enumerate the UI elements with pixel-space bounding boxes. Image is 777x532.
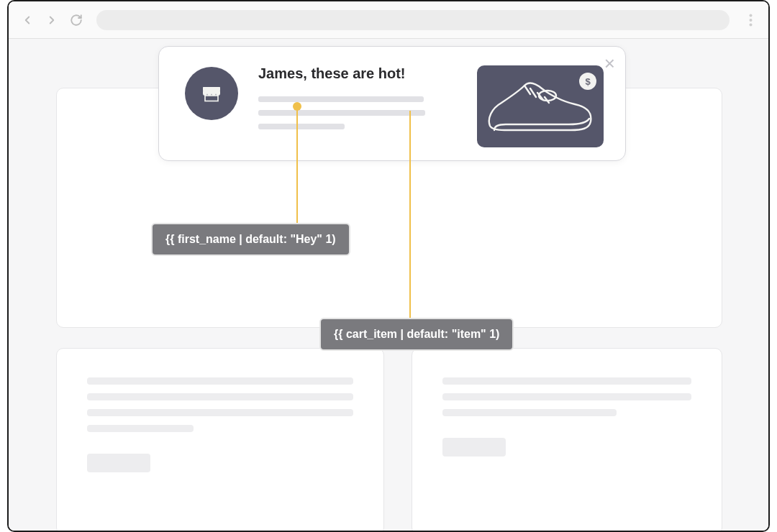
connector-line (409, 111, 411, 318)
skeleton-button (442, 438, 506, 457)
skeleton-line (87, 425, 194, 432)
skeleton-line (258, 110, 425, 116)
popup-body: James, these are hot! (258, 64, 457, 137)
browser-menu-button[interactable] (742, 12, 758, 29)
price-badge: $ (579, 73, 596, 90)
dollar-icon: $ (585, 76, 590, 87)
svg-rect-3 (203, 87, 220, 91)
skeleton-line (87, 377, 353, 385)
skeleton-line (87, 409, 353, 416)
connector-line (296, 106, 298, 223)
skeleton-line (258, 124, 345, 129)
svg-point-0 (749, 14, 752, 17)
product-thumbnail[interactable]: $ (477, 65, 604, 147)
svg-point-2 (749, 23, 752, 26)
annotation-first-name: {{ first_name | default: "Hey" 1) (151, 223, 350, 256)
svg-rect-4 (205, 96, 218, 101)
annotation-cart-item: {{ cart_item | default: "item" 1) (319, 318, 514, 351)
content-card-left (56, 348, 384, 531)
popup-text-skeleton (258, 96, 457, 129)
browser-toolbar (9, 1, 768, 39)
skeleton-line (442, 409, 617, 416)
skeleton-line (442, 393, 691, 400)
forward-button[interactable] (43, 12, 60, 29)
popup-title: James, these are hot! (258, 65, 457, 82)
content-card-right (412, 348, 722, 531)
reload-button[interactable] (68, 12, 85, 29)
page-viewport: × James, these are hot! $ (9, 39, 768, 531)
store-avatar (185, 67, 238, 120)
browser-frame: × James, these are hot! $ (7, 0, 770, 532)
svg-point-1 (749, 19, 752, 22)
back-button[interactable] (19, 12, 36, 29)
skeleton-line (258, 96, 424, 102)
close-icon[interactable]: × (604, 54, 615, 73)
skeleton-line (442, 377, 691, 385)
skeleton-button (87, 454, 150, 472)
storefront-icon (199, 81, 224, 106)
skeleton-line (87, 393, 353, 400)
notification-popup: × James, these are hot! $ (158, 46, 626, 161)
address-bar[interactable] (96, 10, 730, 30)
